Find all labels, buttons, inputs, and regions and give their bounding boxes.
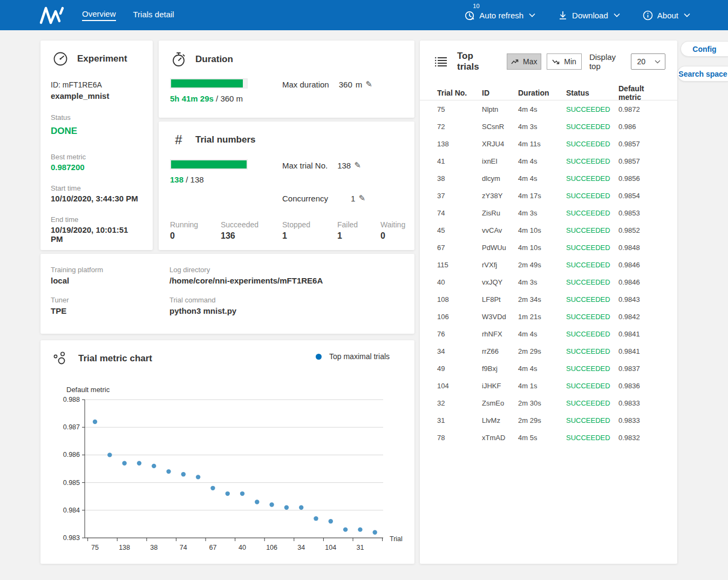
trial-row[interactable]: 76rhNFX4m 4sSUCCEEDED0.9841	[420, 325, 677, 342]
training-platform-value: local	[51, 276, 169, 285]
scatter-point[interactable]	[137, 461, 141, 466]
scatter-point[interactable]	[299, 505, 303, 509]
trial-cell-status: SUCCEEDED	[566, 330, 618, 338]
trial-cell-id: f9Bxj	[482, 365, 518, 373]
col-status: Status	[566, 89, 618, 97]
trial-cell-status: SUCCEEDED	[566, 416, 618, 424]
trial-cell-status: SUCCEEDED	[566, 278, 618, 286]
trial-cell-no: 34	[437, 347, 482, 355]
trial-row[interactable]: 104iJHKF4m 1sSUCCEEDED0.9836	[420, 377, 677, 394]
scatter-point[interactable]	[181, 472, 186, 476]
trial-row[interactable]: 106W3VDd1m 21sSUCCEEDED0.9842	[420, 308, 677, 325]
x-tick-label: 34	[297, 544, 305, 551]
stat-value: 1	[337, 231, 380, 241]
scatter-point[interactable]	[152, 464, 156, 468]
trend-up-icon	[511, 59, 519, 65]
trial-row[interactable]: 38dlcym4m 4sSUCCEEDED0.9856	[420, 170, 677, 187]
trial-cell-status: SUCCEEDED	[566, 382, 618, 390]
trial-row[interactable]: 75Nlptn4m 4sSUCCEEDED0.9872	[420, 100, 677, 118]
scatter-point[interactable]	[226, 491, 230, 496]
trial-row[interactable]: 45vvCAv4m 10sSUCCEEDED0.9852	[420, 221, 677, 239]
min-button[interactable]: Min	[547, 53, 582, 70]
scatter-point[interactable]	[314, 516, 318, 521]
stat-stopped: Stopped1	[282, 220, 337, 241]
trial-cell-metric: 0.9833	[618, 399, 669, 407]
download-menu[interactable]: Download	[558, 10, 620, 21]
nni-logo-icon	[39, 6, 67, 24]
x-tick-label: 75	[91, 544, 99, 551]
trial-cell-no: 78	[437, 434, 482, 442]
chevron-down-icon	[684, 13, 690, 17]
trial-row[interactable]: 138XRJU44m 11sSUCCEEDED0.9857	[420, 135, 677, 152]
about-label: About	[657, 11, 678, 20]
trial-row[interactable]: 74ZisRu4m 3sSUCCEEDED0.9853	[420, 204, 677, 221]
trial-command-value: python3 mnist.py	[169, 306, 414, 315]
trial-row[interactable]: 32ZsmEo2m 30sSUCCEEDED0.9833	[420, 394, 677, 412]
about-menu[interactable]: About	[643, 10, 690, 21]
max-button[interactable]: Max	[507, 53, 541, 70]
auto-refresh-menu[interactable]: 10 Auto refresh	[464, 10, 535, 21]
hash-icon: #	[171, 132, 186, 147]
scatter-point[interactable]	[107, 453, 112, 457]
trial-cell-duration: 2m 49s	[518, 261, 566, 269]
scatter-point[interactable]	[358, 527, 362, 531]
scatter-point[interactable]	[343, 527, 348, 531]
trial-row[interactable]: 115rVXfj2m 49sSUCCEEDED0.9846	[420, 256, 677, 273]
trial-cell-duration: 4m 3s	[518, 209, 566, 217]
trial-cell-duration: 4m 17s	[518, 192, 566, 200]
trial-row[interactable]: 108LF8Pt2m 34sSUCCEEDED0.9843	[420, 291, 677, 308]
scatter-point[interactable]	[93, 420, 97, 424]
experiment-name: example_mnist	[51, 91, 142, 100]
trial-row[interactable]: 78xTmAD4m 5sSUCCEEDED0.9832	[420, 429, 677, 446]
scatter-point[interactable]	[269, 502, 274, 507]
trial-cell-metric: 0.9853	[618, 209, 669, 217]
trial-cell-id: zY38Y	[482, 192, 518, 200]
trend-down-icon	[552, 59, 560, 65]
trial-row[interactable]: 49f9Bxj4m 4sSUCCEEDED0.9837	[420, 360, 677, 377]
trial-cell-status: SUCCEEDED	[566, 157, 618, 165]
trials-progress-bar	[170, 159, 248, 170]
trial-status-stats: Running0Succeeded136Stopped1Failed1Waiti…	[170, 220, 418, 241]
scatter-point[interactable]	[373, 530, 377, 535]
stat-label: Succeeded	[221, 220, 282, 229]
scatter-point[interactable]	[329, 519, 333, 523]
trial-cell-no: 108	[437, 295, 482, 304]
stat-label: Waiting	[380, 220, 418, 229]
edit-pencil-icon[interactable]: ✎	[358, 193, 365, 203]
top-trials-title: Top trials	[457, 51, 494, 72]
trial-row[interactable]: 31LlvMz2m 29sSUCCEEDED0.9833	[420, 412, 677, 429]
trial-row[interactable]: 40vxJQY4m 3sSUCCEEDED0.9846	[420, 273, 677, 291]
scatter-chart-icon	[53, 351, 69, 366]
scatter-point[interactable]	[166, 469, 171, 474]
scatter-point[interactable]	[240, 491, 244, 496]
max-trial-label: Max trial No.	[282, 161, 328, 170]
search-space-button[interactable]: Search space	[677, 66, 728, 82]
y-axis-title: Default metric	[66, 386, 110, 394]
table-header-row: Trial No. ID Duration Status Default met…	[420, 84, 677, 100]
edit-pencil-icon[interactable]: ✎	[365, 79, 372, 89]
trial-row[interactable]: 41ixnEI4m 4sSUCCEEDED0.9857	[420, 152, 677, 170]
scatter-point[interactable]	[255, 500, 259, 504]
config-button[interactable]: Config	[681, 41, 728, 57]
trial-row[interactable]: 72SCsnR4m 3sSUCCEEDED0.986	[420, 118, 677, 135]
trial-row[interactable]: 34rrZ662m 29sSUCCEEDED0.9841	[420, 342, 677, 360]
display-top-select[interactable]: 20	[631, 53, 665, 70]
log-directory-label: Log directory	[169, 266, 414, 274]
trial-cell-no: 38	[437, 174, 482, 183]
trial-row[interactable]: 67PdWUu4m 10sSUCCEEDED0.9848	[420, 239, 677, 256]
scatter-point[interactable]	[196, 475, 200, 479]
trials-progress-fill	[171, 160, 247, 168]
edit-pencil-icon[interactable]: ✎	[354, 160, 361, 170]
trial-cell-status: SUCCEEDED	[566, 123, 618, 131]
x-tick-label: 104	[325, 544, 336, 551]
trial-cell-duration: 4m 11s	[518, 140, 566, 148]
scatter-point[interactable]	[210, 486, 215, 490]
tab-trials-detail[interactable]: Trials detail	[133, 10, 174, 21]
log-directory-value: /home/core/nni-experiments/mFT1RE6A	[169, 276, 414, 285]
trial-row[interactable]: 37zY38Y4m 17sSUCCEEDED0.9854	[420, 187, 677, 204]
scatter-point[interactable]	[284, 505, 289, 509]
chart-legend[interactable]: Top maximal trials	[316, 352, 390, 361]
scatter-point[interactable]	[122, 461, 126, 466]
tab-overview[interactable]: Overview	[82, 9, 116, 21]
display-top-value: 20	[637, 57, 645, 66]
